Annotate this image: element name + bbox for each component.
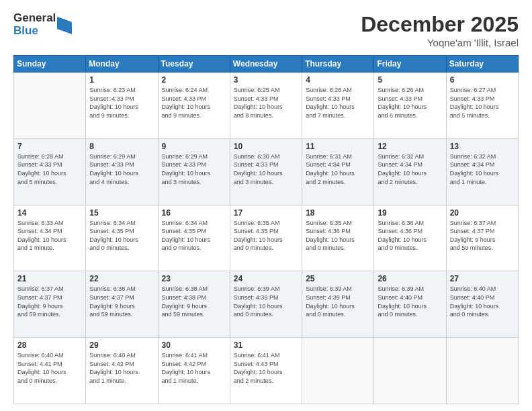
calendar-cell: 29Sunrise: 6:40 AM Sunset: 4:42 PM Dayli…: [86, 338, 158, 404]
svg-marker-0: [57, 17, 72, 34]
col-sunday: Sunday: [14, 56, 86, 73]
logo-text: General Blue: [13, 12, 56, 37]
calendar-cell: 14Sunrise: 6:33 AM Sunset: 4:34 PM Dayli…: [14, 205, 86, 271]
calendar-cell: [446, 338, 518, 404]
calendar-cell: 25Sunrise: 6:39 AM Sunset: 4:39 PM Dayli…: [302, 271, 374, 338]
day-info: Sunrise: 6:41 AM Sunset: 4:43 PM Dayligh…: [234, 351, 298, 385]
day-info: Sunrise: 6:35 AM Sunset: 4:35 PM Dayligh…: [234, 219, 298, 253]
day-info: Sunrise: 6:34 AM Sunset: 4:35 PM Dayligh…: [89, 219, 154, 253]
calendar-week-2: 14Sunrise: 6:33 AM Sunset: 4:34 PM Dayli…: [14, 205, 519, 271]
calendar-cell: 1Sunrise: 6:23 AM Sunset: 4:33 PM Daylig…: [86, 73, 158, 139]
calendar-cell: 10Sunrise: 6:30 AM Sunset: 4:33 PM Dayli…: [230, 138, 302, 205]
day-info: Sunrise: 6:40 AM Sunset: 4:42 PM Dayligh…: [89, 351, 154, 385]
calendar-cell: 9Sunrise: 6:29 AM Sunset: 4:33 PM Daylig…: [158, 138, 230, 205]
calendar-cell: 28Sunrise: 6:40 AM Sunset: 4:41 PM Dayli…: [14, 338, 86, 404]
calendar-cell: 31Sunrise: 6:41 AM Sunset: 4:43 PM Dayli…: [230, 338, 302, 404]
day-number: 16: [162, 208, 226, 218]
calendar-cell: 24Sunrise: 6:39 AM Sunset: 4:39 PM Dayli…: [230, 271, 302, 338]
calendar-week-1: 7Sunrise: 6:28 AM Sunset: 4:33 PM Daylig…: [14, 138, 519, 205]
day-number: 1: [89, 75, 154, 85]
calendar-cell: [302, 338, 374, 404]
day-number: 6: [450, 75, 515, 85]
calendar-cell: 11Sunrise: 6:31 AM Sunset: 4:34 PM Dayli…: [302, 138, 374, 205]
calendar-cell: 8Sunrise: 6:29 AM Sunset: 4:33 PM Daylig…: [86, 138, 158, 205]
day-number: 23: [162, 274, 226, 283]
calendar-cell: 7Sunrise: 6:28 AM Sunset: 4:33 PM Daylig…: [14, 138, 86, 205]
day-number: 12: [378, 142, 442, 151]
col-thursday: Thursday: [302, 56, 374, 73]
logo: General Blue: [13, 12, 72, 37]
day-info: Sunrise: 6:39 AM Sunset: 4:39 PM Dayligh…: [234, 285, 298, 318]
day-info: Sunrise: 6:33 AM Sunset: 4:34 PM Dayligh…: [17, 219, 82, 253]
day-number: 27: [450, 274, 515, 283]
day-number: 11: [306, 142, 370, 151]
day-info: Sunrise: 6:31 AM Sunset: 4:34 PM Dayligh…: [306, 152, 370, 186]
day-info: Sunrise: 6:38 AM Sunset: 4:38 PM Dayligh…: [162, 285, 226, 318]
day-number: 9: [162, 142, 226, 151]
calendar-cell: 17Sunrise: 6:35 AM Sunset: 4:35 PM Dayli…: [230, 205, 302, 271]
day-number: 17: [234, 208, 298, 218]
calendar-cell: 4Sunrise: 6:26 AM Sunset: 4:33 PM Daylig…: [302, 73, 374, 139]
day-info: Sunrise: 6:28 AM Sunset: 4:33 PM Dayligh…: [17, 152, 82, 186]
calendar-week-3: 21Sunrise: 6:37 AM Sunset: 4:37 PM Dayli…: [14, 271, 519, 338]
day-number: 10: [234, 142, 298, 151]
calendar-cell: 22Sunrise: 6:38 AM Sunset: 4:37 PM Dayli…: [86, 271, 158, 338]
day-number: 22: [89, 274, 154, 283]
calendar-cell: [374, 338, 446, 404]
day-number: 18: [306, 208, 370, 218]
day-info: Sunrise: 6:40 AM Sunset: 4:41 PM Dayligh…: [17, 351, 82, 385]
day-info: Sunrise: 6:39 AM Sunset: 4:39 PM Dayligh…: [306, 285, 370, 318]
col-tuesday: Tuesday: [158, 56, 230, 73]
calendar-header-row: Sunday Monday Tuesday Wednesday Thursday…: [14, 56, 519, 73]
day-number: 3: [234, 75, 298, 85]
day-info: Sunrise: 6:38 AM Sunset: 4:37 PM Dayligh…: [89, 285, 154, 318]
day-number: 5: [378, 75, 442, 85]
subtitle: Yoqne'am 'Illit, Israel: [361, 37, 519, 48]
day-info: Sunrise: 6:25 AM Sunset: 4:33 PM Dayligh…: [234, 86, 298, 120]
day-info: Sunrise: 6:29 AM Sunset: 4:33 PM Dayligh…: [89, 152, 154, 186]
day-number: 21: [17, 274, 82, 283]
month-title: December 2025: [361, 12, 519, 37]
day-info: Sunrise: 6:24 AM Sunset: 4:33 PM Dayligh…: [162, 86, 226, 120]
calendar-cell: 15Sunrise: 6:34 AM Sunset: 4:35 PM Dayli…: [86, 205, 158, 271]
day-info: Sunrise: 6:27 AM Sunset: 4:33 PM Dayligh…: [450, 86, 515, 120]
day-number: 20: [450, 208, 515, 218]
title-block: December 2025 Yoqne'am 'Illit, Israel: [361, 12, 519, 48]
day-number: 29: [89, 340, 154, 350]
day-number: 13: [450, 142, 515, 151]
day-info: Sunrise: 6:32 AM Sunset: 4:34 PM Dayligh…: [378, 152, 442, 186]
day-number: 26: [378, 274, 442, 283]
day-number: 30: [162, 340, 226, 350]
calendar-cell: 21Sunrise: 6:37 AM Sunset: 4:37 PM Dayli…: [14, 271, 86, 338]
day-info: Sunrise: 6:40 AM Sunset: 4:40 PM Dayligh…: [450, 285, 515, 318]
day-number: 28: [17, 340, 82, 350]
calendar-cell: 30Sunrise: 6:41 AM Sunset: 4:42 PM Dayli…: [158, 338, 230, 404]
day-number: 2: [162, 75, 226, 85]
day-info: Sunrise: 6:35 AM Sunset: 4:36 PM Dayligh…: [306, 219, 370, 253]
day-info: Sunrise: 6:39 AM Sunset: 4:40 PM Dayligh…: [378, 285, 442, 318]
day-number: 19: [378, 208, 442, 218]
calendar-cell: [14, 73, 86, 139]
calendar-week-4: 28Sunrise: 6:40 AM Sunset: 4:41 PM Dayli…: [14, 338, 519, 404]
col-monday: Monday: [86, 56, 158, 73]
day-info: Sunrise: 6:29 AM Sunset: 4:33 PM Dayligh…: [162, 152, 226, 186]
calendar-cell: 27Sunrise: 6:40 AM Sunset: 4:40 PM Dayli…: [446, 271, 518, 338]
calendar-cell: 3Sunrise: 6:25 AM Sunset: 4:33 PM Daylig…: [230, 73, 302, 139]
col-friday: Friday: [374, 56, 446, 73]
day-number: 7: [17, 142, 82, 151]
day-number: 15: [89, 208, 154, 218]
day-info: Sunrise: 6:32 AM Sunset: 4:34 PM Dayligh…: [450, 152, 515, 186]
col-saturday: Saturday: [446, 56, 518, 73]
header: General Blue December 2025 Yoqne'am 'Ill…: [13, 12, 519, 48]
calendar-cell: 13Sunrise: 6:32 AM Sunset: 4:34 PM Dayli…: [446, 138, 518, 205]
col-wednesday: Wednesday: [230, 56, 302, 73]
logo-icon: [57, 17, 72, 34]
day-info: Sunrise: 6:23 AM Sunset: 4:33 PM Dayligh…: [89, 86, 154, 120]
day-number: 8: [89, 142, 154, 151]
calendar-cell: 23Sunrise: 6:38 AM Sunset: 4:38 PM Dayli…: [158, 271, 230, 338]
page: General Blue December 2025 Yoqne'am 'Ill…: [0, 0, 532, 411]
calendar-cell: 16Sunrise: 6:34 AM Sunset: 4:35 PM Dayli…: [158, 205, 230, 271]
calendar-cell: 12Sunrise: 6:32 AM Sunset: 4:34 PM Dayli…: [374, 138, 446, 205]
calendar-cell: 2Sunrise: 6:24 AM Sunset: 4:33 PM Daylig…: [158, 73, 230, 139]
day-info: Sunrise: 6:41 AM Sunset: 4:42 PM Dayligh…: [162, 351, 226, 385]
